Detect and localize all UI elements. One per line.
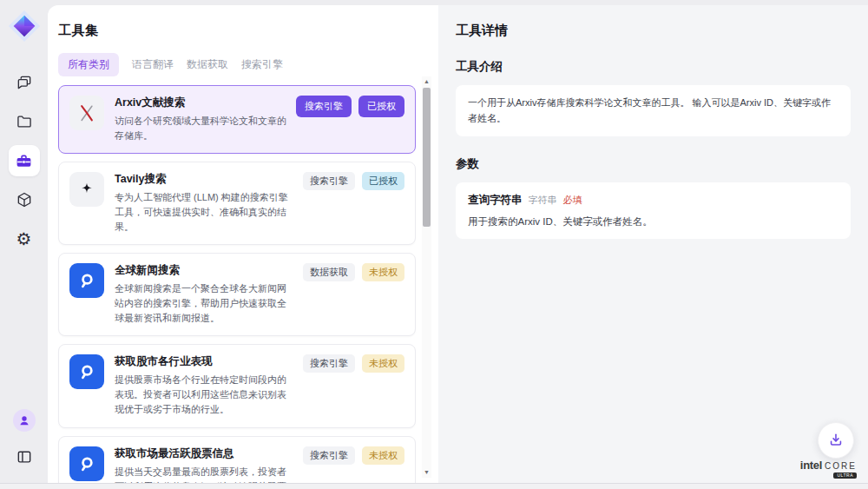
param-required-flag: 必填 — [563, 194, 582, 207]
intel-wordmark: intel — [800, 459, 822, 471]
tool-description: 提供当天交易量最高的股票列表，投资者可以利用这些信息来识别流动性强的股票和潜在的… — [115, 465, 294, 483]
tool-card[interactable]: Tavily搜索 专为人工智能代理 (LLM) 构建的搜索引擎工具，可快速提供实… — [58, 162, 416, 245]
tool-description: 专为人工智能代理 (LLM) 构建的搜索引擎工具，可快速提供实时、准确和真实的结… — [115, 190, 294, 235]
sidebar-item-folder[interactable] — [9, 106, 40, 137]
page-title: 工具集 — [58, 23, 416, 39]
tool-card[interactable]: Arxiv文献搜索 访问各个研究领域大量科学论文和文章的存储库。 搜索引擎 已授… — [58, 85, 416, 154]
param-type: 字符串 — [529, 194, 557, 207]
app-window: ⚙ 工具集 所有类别语言翻译数据获取搜索引擎 Arxiv文献搜索 访问各个研究领… — [0, 0, 868, 483]
sidebar-item-toolbox[interactable] — [9, 145, 40, 176]
chat-icon — [16, 74, 33, 91]
user-icon — [13, 409, 36, 432]
tool-intro-text: 一个用于从Arxiv存储库搜索科学论文和文章的工具。 输入可以是Arxiv ID… — [468, 96, 838, 126]
tab-2[interactable]: 数据获取 — [187, 53, 228, 76]
collapse-panel-button[interactable] — [9, 441, 40, 472]
ultra-badge: ultra — [833, 472, 857, 479]
tool-name: 获取股市各行业表现 — [115, 354, 294, 369]
gear-icon: ⚙ — [16, 230, 32, 248]
tool-description: 全球新闻搜索是一个聚合全球各大新闻网站内容的搜索引擎，帮助用户快速获取全球最新资… — [115, 281, 294, 326]
list-scrollbar: ▲ ▼ — [422, 76, 431, 478]
arxiv-logo-icon — [69, 96, 104, 130]
bottom-strip — [0, 483, 868, 489]
category-badge: 搜索引擎 — [303, 172, 355, 190]
tool-description: 访问各个研究领域大量科学论文和文章的存储库。 — [115, 114, 287, 143]
download-button[interactable] — [818, 422, 854, 459]
user-avatar[interactable] — [9, 405, 40, 436]
tab-0[interactable]: 所有类别 — [58, 53, 119, 76]
tool-card[interactable]: 全球新闻搜索 全球新闻搜索是一个聚合全球各大新闻网站内容的搜索引擎，帮助用户快速… — [58, 253, 416, 336]
core-wordmark: core — [825, 462, 857, 471]
intel-core-logo: intel core ultra — [800, 459, 857, 479]
tool-details-pane: 工具详情 工具介绍 一个用于从Arxiv存储库搜索科学论文和文章的工具。 输入可… — [438, 5, 868, 483]
search-q-icon — [69, 354, 104, 389]
param-name: 查询字符串 — [468, 193, 523, 208]
category-tabs: 所有类别语言翻译数据获取搜索引擎 — [58, 53, 416, 76]
scrollbar-thumb[interactable] — [423, 88, 431, 227]
tool-card[interactable]: 获取股市各行业表现 提供股票市场各个行业在特定时间段内的表现。投资者可以利用这些… — [58, 344, 416, 427]
tool-intro-card: 一个用于从Arxiv存储库搜索科学论文和文章的工具。 输入可以是Arxiv ID… — [456, 85, 851, 136]
tab-3[interactable]: 搜索引擎 — [241, 53, 283, 76]
app-logo-icon — [8, 10, 41, 43]
folder-icon — [16, 113, 33, 130]
details-title: 工具详情 — [456, 23, 851, 39]
tool-card[interactable]: 获取市场最活跃股票信息 提供当天交易量最高的股票列表，投资者可以利用这些信息来识… — [58, 436, 416, 483]
tool-list-pane: 工具集 所有类别语言翻译数据获取搜索引擎 Arxiv文献搜索 访问各个研究领域大… — [48, 5, 438, 483]
intro-heading: 工具介绍 — [456, 59, 851, 75]
tool-card-list: Arxiv文献搜索 访问各个研究领域大量科学论文和文章的存储库。 搜索引擎 已授… — [58, 85, 416, 483]
search-q-icon — [69, 446, 104, 481]
tool-name: 获取市场最活跃股票信息 — [115, 446, 294, 461]
auth-status-badge: 已授权 — [358, 96, 404, 117]
tool-name: Arxiv文献搜索 — [115, 96, 287, 110]
auth-status-badge: 已授权 — [362, 172, 404, 190]
category-badge: 搜索引擎 — [303, 354, 355, 373]
scroll-down-arrow-icon[interactable]: ▼ — [422, 467, 431, 478]
sidebar-item-cube[interactable] — [9, 184, 40, 215]
param-desc: 用于搜索的Arxiv ID、关键字或作者姓名。 — [468, 215, 838, 228]
param-card: 查询字符串 字符串 必填 用于搜索的Arxiv ID、关键字或作者姓名。 — [456, 182, 851, 239]
layout-panel-icon — [16, 448, 33, 466]
tab-1[interactable]: 语言翻译 — [132, 53, 174, 76]
tool-name: 全球新闻搜索 — [115, 263, 294, 278]
auth-status-badge: 未授权 — [362, 263, 404, 281]
auth-status-badge: 未授权 — [362, 446, 404, 465]
sidebar: ⚙ — [0, 0, 48, 483]
scroll-up-arrow-icon[interactable]: ▲ — [422, 76, 431, 87]
params-heading: 参数 — [456, 156, 851, 172]
category-badge: 搜索引擎 — [303, 446, 355, 465]
sidebar-item-settings[interactable]: ⚙ — [9, 223, 40, 254]
download-icon — [827, 432, 845, 449]
toolbox-icon — [15, 152, 33, 170]
main-content: 工具集 所有类别语言翻译数据获取搜索引擎 Arxiv文献搜索 访问各个研究领域大… — [48, 5, 868, 483]
search-q-icon — [69, 263, 104, 298]
sidebar-nav: ⚙ — [9, 67, 40, 254]
sidebar-item-chat[interactable] — [9, 67, 40, 98]
category-badge: 数据获取 — [303, 263, 355, 281]
sparkle-icon — [69, 172, 104, 207]
tool-description: 提供股票市场各个行业在特定时间段内的表现。投资者可以利用这些信息来识别表现优于或… — [115, 373, 294, 417]
auth-status-badge: 未授权 — [362, 354, 404, 373]
category-badge: 搜索引擎 — [296, 96, 352, 117]
tool-name: Tavily搜索 — [115, 172, 294, 187]
cube-icon — [16, 191, 33, 208]
